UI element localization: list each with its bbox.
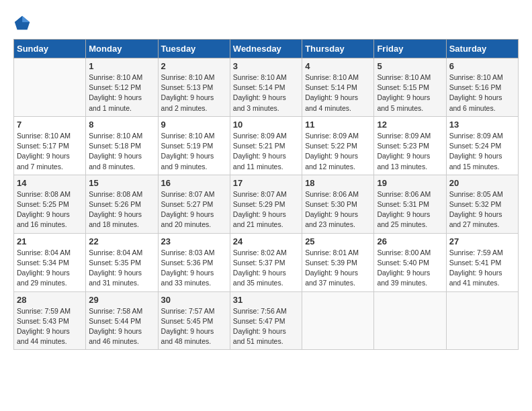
day-cell: 5Sunrise: 8:10 AMSunset: 5:15 PMDaylight… bbox=[374, 58, 446, 117]
day-number: 4 bbox=[305, 61, 371, 71]
day-cell: 25Sunrise: 8:01 AMSunset: 5:39 PMDayligh… bbox=[302, 233, 374, 291]
day-info: Sunrise: 8:04 AMSunset: 5:35 PMDaylight:… bbox=[89, 248, 154, 289]
day-number: 7 bbox=[17, 120, 83, 130]
day-cell: 2Sunrise: 8:10 AMSunset: 5:13 PMDaylight… bbox=[158, 58, 230, 117]
day-number: 16 bbox=[161, 178, 227, 188]
day-info: Sunrise: 8:04 AMSunset: 5:34 PMDaylight:… bbox=[17, 248, 83, 289]
day-info: Sunrise: 8:10 AMSunset: 5:14 PMDaylight:… bbox=[305, 73, 371, 113]
day-number: 8 bbox=[89, 120, 154, 130]
day-number: 25 bbox=[305, 236, 371, 246]
day-number: 11 bbox=[305, 120, 371, 130]
day-number: 31 bbox=[233, 295, 299, 305]
header-sunday: Sunday bbox=[14, 40, 86, 58]
day-info: Sunrise: 8:07 AMSunset: 5:29 PMDaylight:… bbox=[233, 189, 299, 230]
day-cell: 28Sunrise: 7:59 AMSunset: 5:43 PMDayligh… bbox=[14, 291, 86, 350]
day-cell: 14Sunrise: 8:08 AMSunset: 5:25 PMDayligh… bbox=[14, 175, 86, 233]
day-cell: 22Sunrise: 8:04 AMSunset: 5:35 PMDayligh… bbox=[86, 233, 158, 291]
header-wednesday: Wednesday bbox=[230, 40, 302, 58]
day-cell: 27Sunrise: 7:59 AMSunset: 5:41 PMDayligh… bbox=[446, 233, 518, 291]
day-cell bbox=[374, 291, 446, 350]
day-cell: 1Sunrise: 8:10 AMSunset: 5:12 PMDaylight… bbox=[86, 58, 158, 117]
day-info: Sunrise: 7:58 AMSunset: 5:44 PMDaylight:… bbox=[89, 306, 154, 347]
day-info: Sunrise: 8:09 AMSunset: 5:24 PMDaylight:… bbox=[449, 131, 515, 172]
day-cell: 18Sunrise: 8:06 AMSunset: 5:30 PMDayligh… bbox=[302, 175, 374, 233]
day-cell: 29Sunrise: 7:58 AMSunset: 5:44 PMDayligh… bbox=[86, 291, 158, 350]
day-number: 21 bbox=[17, 236, 83, 246]
day-info: Sunrise: 8:06 AMSunset: 5:30 PMDaylight:… bbox=[305, 189, 371, 230]
header-thursday: Thursday bbox=[302, 40, 374, 58]
day-cell: 3Sunrise: 8:10 AMSunset: 5:14 PMDaylight… bbox=[230, 58, 302, 117]
day-info: Sunrise: 8:10 AMSunset: 5:12 PMDaylight:… bbox=[89, 73, 154, 113]
day-info: Sunrise: 8:09 AMSunset: 5:23 PMDaylight:… bbox=[377, 131, 443, 172]
day-number: 5 bbox=[377, 61, 443, 71]
day-cell: 12Sunrise: 8:09 AMSunset: 5:23 PMDayligh… bbox=[374, 116, 446, 175]
logo bbox=[13, 13, 34, 32]
calendar-table: SundayMondayTuesdayWednesdayThursdayFrid… bbox=[13, 39, 519, 350]
week-row-5: 28Sunrise: 7:59 AMSunset: 5:43 PMDayligh… bbox=[14, 291, 519, 350]
day-cell: 10Sunrise: 8:09 AMSunset: 5:21 PMDayligh… bbox=[230, 116, 302, 175]
day-info: Sunrise: 7:59 AMSunset: 5:43 PMDaylight:… bbox=[17, 306, 83, 347]
day-info: Sunrise: 7:56 AMSunset: 5:47 PMDaylight:… bbox=[233, 306, 299, 347]
day-info: Sunrise: 8:08 AMSunset: 5:26 PMDaylight:… bbox=[89, 189, 154, 230]
day-cell: 20Sunrise: 8:05 AMSunset: 5:32 PMDayligh… bbox=[446, 175, 518, 233]
day-number: 2 bbox=[161, 61, 227, 71]
day-number: 9 bbox=[161, 120, 227, 130]
day-info: Sunrise: 8:09 AMSunset: 5:21 PMDaylight:… bbox=[233, 131, 299, 172]
header-friday: Friday bbox=[374, 40, 446, 58]
week-row-4: 21Sunrise: 8:04 AMSunset: 5:34 PMDayligh… bbox=[14, 233, 519, 291]
day-info: Sunrise: 8:10 AMSunset: 5:18 PMDaylight:… bbox=[89, 131, 154, 172]
day-cell: 30Sunrise: 7:57 AMSunset: 5:45 PMDayligh… bbox=[158, 291, 230, 350]
day-cell: 24Sunrise: 8:02 AMSunset: 5:37 PMDayligh… bbox=[230, 233, 302, 291]
header-tuesday: Tuesday bbox=[158, 40, 230, 58]
header-saturday: Saturday bbox=[446, 40, 518, 58]
day-info: Sunrise: 7:57 AMSunset: 5:45 PMDaylight:… bbox=[161, 306, 227, 347]
day-info: Sunrise: 8:10 AMSunset: 5:19 PMDaylight:… bbox=[161, 131, 227, 172]
day-number: 20 bbox=[449, 178, 515, 188]
day-info: Sunrise: 8:02 AMSunset: 5:37 PMDaylight:… bbox=[233, 248, 299, 289]
day-info: Sunrise: 8:00 AMSunset: 5:40 PMDaylight:… bbox=[377, 248, 443, 289]
day-cell: 8Sunrise: 8:10 AMSunset: 5:18 PMDaylight… bbox=[86, 116, 158, 175]
day-info: Sunrise: 8:07 AMSunset: 5:27 PMDaylight:… bbox=[161, 189, 227, 230]
day-info: Sunrise: 8:10 AMSunset: 5:13 PMDaylight:… bbox=[161, 73, 227, 113]
day-cell: 7Sunrise: 8:10 AMSunset: 5:17 PMDaylight… bbox=[14, 116, 86, 175]
day-number: 17 bbox=[233, 178, 299, 188]
day-number: 23 bbox=[161, 236, 227, 246]
day-info: Sunrise: 8:10 AMSunset: 5:16 PMDaylight:… bbox=[449, 73, 515, 113]
day-number: 28 bbox=[17, 295, 83, 305]
day-number: 14 bbox=[17, 178, 83, 188]
day-cell: 9Sunrise: 8:10 AMSunset: 5:19 PMDaylight… bbox=[158, 116, 230, 175]
day-number: 24 bbox=[233, 236, 299, 246]
week-row-2: 7Sunrise: 8:10 AMSunset: 5:17 PMDaylight… bbox=[14, 116, 519, 175]
day-info: Sunrise: 8:05 AMSunset: 5:32 PMDaylight:… bbox=[449, 189, 515, 230]
day-info: Sunrise: 7:59 AMSunset: 5:41 PMDaylight:… bbox=[449, 248, 515, 289]
day-number: 26 bbox=[377, 236, 443, 246]
day-cell bbox=[14, 58, 86, 117]
day-number: 13 bbox=[449, 120, 515, 130]
day-cell: 23Sunrise: 8:03 AMSunset: 5:36 PMDayligh… bbox=[158, 233, 230, 291]
day-info: Sunrise: 8:10 AMSunset: 5:14 PMDaylight:… bbox=[233, 73, 299, 113]
header-monday: Monday bbox=[86, 40, 158, 58]
day-number: 12 bbox=[377, 120, 443, 130]
day-cell: 11Sunrise: 8:09 AMSunset: 5:22 PMDayligh… bbox=[302, 116, 374, 175]
day-cell: 26Sunrise: 8:00 AMSunset: 5:40 PMDayligh… bbox=[374, 233, 446, 291]
week-row-1: 1Sunrise: 8:10 AMSunset: 5:12 PMDaylight… bbox=[14, 58, 519, 117]
day-cell: 19Sunrise: 8:06 AMSunset: 5:31 PMDayligh… bbox=[374, 175, 446, 233]
day-cell: 21Sunrise: 8:04 AMSunset: 5:34 PMDayligh… bbox=[14, 233, 86, 291]
day-number: 29 bbox=[89, 295, 154, 305]
day-info: Sunrise: 8:01 AMSunset: 5:39 PMDaylight:… bbox=[305, 248, 371, 289]
day-info: Sunrise: 8:06 AMSunset: 5:31 PMDaylight:… bbox=[377, 189, 443, 230]
day-number: 1 bbox=[89, 61, 154, 71]
logo-icon bbox=[13, 13, 32, 32]
week-row-3: 14Sunrise: 8:08 AMSunset: 5:25 PMDayligh… bbox=[14, 175, 519, 233]
day-cell: 31Sunrise: 7:56 AMSunset: 5:47 PMDayligh… bbox=[230, 291, 302, 350]
day-cell: 6Sunrise: 8:10 AMSunset: 5:16 PMDaylight… bbox=[446, 58, 518, 117]
day-number: 10 bbox=[233, 120, 299, 130]
svg-marker-1 bbox=[22, 16, 30, 22]
day-info: Sunrise: 8:09 AMSunset: 5:22 PMDaylight:… bbox=[305, 131, 371, 172]
day-number: 3 bbox=[233, 61, 299, 71]
svg-marker-2 bbox=[15, 16, 22, 22]
day-info: Sunrise: 8:10 AMSunset: 5:15 PMDaylight:… bbox=[377, 73, 443, 113]
calendar-header-row: SundayMondayTuesdayWednesdayThursdayFrid… bbox=[14, 40, 519, 58]
day-info: Sunrise: 8:10 AMSunset: 5:17 PMDaylight:… bbox=[17, 131, 83, 172]
day-number: 6 bbox=[449, 61, 515, 71]
